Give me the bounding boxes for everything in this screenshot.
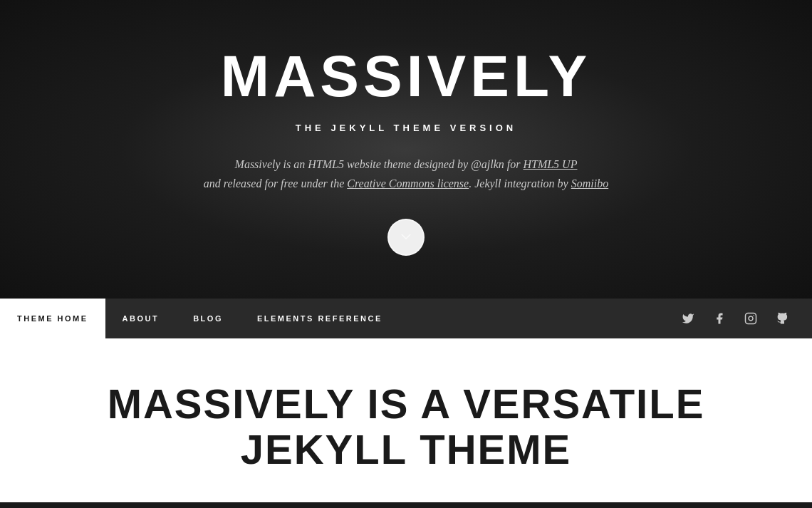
somiibo-link[interactable]: Somiibo	[571, 177, 608, 190]
instagram-link[interactable]	[738, 306, 764, 331]
hero-description: Massively is an HTML5 website theme desi…	[204, 155, 608, 193]
navbar: THEME HOME ABOUT BLOG ELEMENTS REFERENCE	[0, 299, 812, 338]
twitter-link[interactable]	[675, 306, 701, 331]
nav-item-elements[interactable]: ELEMENTS REFERENCE	[240, 299, 400, 338]
hero-section: MASSIVELY THE JEKYLL THEME VERSION Massi…	[0, 0, 812, 299]
hero-title: MASSIVELY	[221, 43, 591, 110]
nav-links: THEME HOME ABOUT BLOG ELEMENTS REFERENCE	[0, 299, 658, 338]
hero-subtitle: THE JEKYLL THEME VERSION	[296, 123, 516, 133]
facebook-icon	[713, 312, 726, 325]
chevron-down-icon	[400, 232, 412, 243]
instagram-icon	[744, 312, 757, 325]
html5up-link[interactable]: HTML5 UP	[523, 158, 577, 170]
github-link[interactable]	[769, 306, 795, 331]
nav-item-blog[interactable]: BLOG	[176, 299, 240, 338]
scroll-down-button[interactable]	[387, 219, 425, 256]
content-section: MASSIVELY IS A VERSATILE JEKYLL THEME	[0, 338, 812, 502]
cc-license-link[interactable]: Creative Commons license	[347, 177, 469, 190]
twitter-icon	[682, 312, 694, 325]
github-icon	[776, 312, 788, 325]
content-title: MASSIVELY IS A VERSATILE JEKYLL THEME	[57, 381, 755, 472]
svg-rect-0	[746, 313, 756, 324]
nav-social	[658, 299, 812, 338]
nav-item-theme-home[interactable]: THEME HOME	[0, 299, 105, 338]
facebook-link[interactable]	[707, 306, 732, 331]
nav-item-about[interactable]: ABOUT	[105, 299, 177, 338]
